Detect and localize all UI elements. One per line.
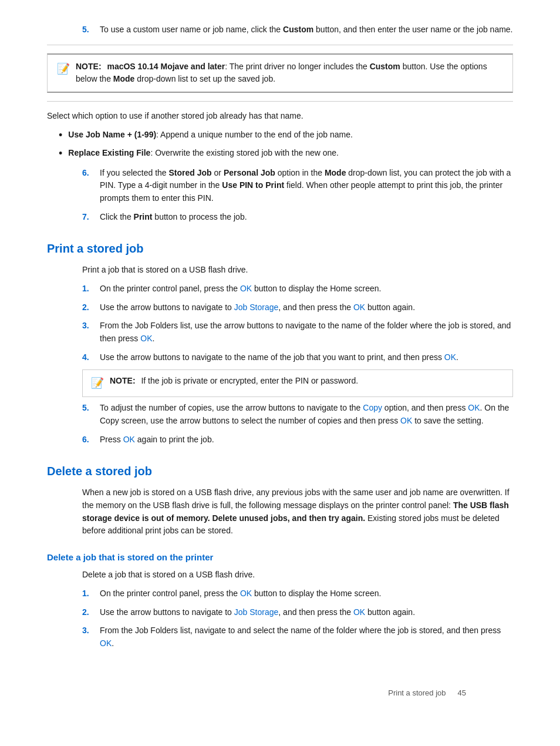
print-step-4-text: Use the arrow buttons to navigate to the… xyxy=(100,351,513,364)
print-step-1-text: On the printer control panel, press the … xyxy=(100,283,513,295)
replace-existing-bold: Replace Existing File xyxy=(68,148,150,157)
bullet-item-1: • Use Job Name + (1-99): Append a unique… xyxy=(47,129,513,142)
usb-message-bold: The USB flash storage device is out of m… xyxy=(82,500,509,523)
select-which-text: Select which option to use if another st… xyxy=(47,110,513,123)
print-step-3: 3. From the Job Folders list, use the ar… xyxy=(82,320,513,345)
note-label-top: NOTE: xyxy=(76,62,102,71)
print-step-5: 5. To adjust the number of copies, use t… xyxy=(82,402,513,427)
print-steps-after-list: 5. To adjust the number of copies, use t… xyxy=(82,402,513,446)
note-text-top: NOTE: macOS 10.14 Mojave and later: The … xyxy=(76,61,503,86)
use-pin-bold: Use PIN to Print xyxy=(222,180,284,190)
footer: Print a stored job 45 xyxy=(388,687,466,699)
use-job-name-bold: Use Job Name + (1-99) xyxy=(68,130,156,139)
page-wrapper: 5. To use a custom user name or job name… xyxy=(47,23,513,723)
print-step-2-num: 2. xyxy=(82,301,93,314)
delete-step-2: 2. Use the arrow buttons to navigate to … xyxy=(82,606,513,619)
print-step-1: 1. On the printer control panel, press t… xyxy=(82,283,513,295)
step7: 7. Click the Print button to process the… xyxy=(82,211,513,224)
divider-top xyxy=(47,45,513,45)
step6-text: If you selected the Stored Job or Person… xyxy=(100,167,513,205)
delete-step-2-num: 2. xyxy=(82,606,93,619)
print-steps-list: 1. On the printer control panel, press t… xyxy=(82,283,513,364)
print-step-5-num: 5. xyxy=(82,402,93,415)
delete-stored-intro: When a new job is stored on a USB flash … xyxy=(82,486,513,537)
delete-stored-job-heading: Delete a stored job xyxy=(47,462,513,480)
bullet-dot-1: • xyxy=(59,129,62,142)
bullet-text-2: Replace Existing File: Overwrite the exi… xyxy=(68,147,339,160)
ok-link-3[interactable]: OK xyxy=(140,334,152,343)
ok-link-6[interactable]: OK xyxy=(400,416,412,425)
copy-link[interactable]: Copy xyxy=(363,403,382,412)
print-step-6-num: 6. xyxy=(82,434,93,446)
bullet-item-2: • Replace Existing File: Overwrite the e… xyxy=(47,147,513,160)
print-step-6-text: Press OK again to print the job. xyxy=(100,434,513,446)
delete-step-3-text: From the Job Folders list, navigate to a… xyxy=(100,624,513,650)
ok-link-7[interactable]: OK xyxy=(123,435,135,444)
print-stored-job-heading: Print a stored job xyxy=(47,240,513,258)
delete-printer-intro: Delete a job that is stored on a USB fla… xyxy=(82,569,513,582)
print-step-4: 4. Use the arrow buttons to navigate to … xyxy=(82,351,513,364)
ok-link-5[interactable]: OK xyxy=(468,403,480,412)
divider-bottom-note xyxy=(47,101,513,102)
delete-step-3-num: 3. xyxy=(82,624,93,637)
ok-link-d1[interactable]: OK xyxy=(240,589,252,598)
delete-step-3: 3. From the Job Folders list, navigate t… xyxy=(82,624,513,650)
job-storage-link-1[interactable]: Job Storage xyxy=(234,303,279,312)
print-stored-intro: Print a job that is stored on a USB flas… xyxy=(82,264,513,277)
delete-printer-subheading: Delete a job that is stored on the print… xyxy=(47,550,513,564)
footer-label: Print a stored job xyxy=(388,687,446,699)
bullet-list: • Use Job Name + (1-99): Append a unique… xyxy=(47,129,513,161)
ok-link-d3[interactable]: OK xyxy=(100,639,112,648)
note-mode-bold: Mode xyxy=(113,74,135,83)
delete-step-1-text: On the printer control panel, press the … xyxy=(100,587,513,600)
delete-step-2-text: Use the arrow buttons to navigate to Job… xyxy=(100,606,513,619)
step5-text: To use a custom user name or job name, c… xyxy=(100,23,513,36)
custom-bold: Custom xyxy=(283,25,313,34)
mode-bold: Mode xyxy=(325,168,346,177)
step5-top: 5. To use a custom user name or job name… xyxy=(82,23,513,36)
stored-job-bold: Stored Job xyxy=(169,168,212,177)
print-step-6: 6. Press OK again to print the job. xyxy=(82,434,513,446)
ok-link-1[interactable]: OK xyxy=(240,284,252,293)
note-icon-top: 📝 xyxy=(57,61,70,78)
delete-step-1: 1. On the printer control panel, press t… xyxy=(82,587,513,600)
note-macos-bold: macOS 10.14 Mojave and later xyxy=(107,62,225,71)
print-step-1-num: 1. xyxy=(82,283,93,295)
print-step-4-num: 4. xyxy=(82,351,93,364)
step6: 6. If you selected the Stored Job or Per… xyxy=(82,167,513,205)
ok-link-d2[interactable]: OK xyxy=(353,607,365,617)
note-label-inline: NOTE: xyxy=(110,376,136,385)
step5-num: 5. xyxy=(82,23,93,36)
note-icon-inline: 📝 xyxy=(91,375,104,392)
step7-num: 7. xyxy=(82,211,93,224)
print-bold: Print xyxy=(134,212,153,221)
job-storage-link-2[interactable]: Job Storage xyxy=(234,607,279,617)
print-step-2-text: Use the arrow buttons to navigate to Job… xyxy=(100,301,513,314)
bullet-text-1: Use Job Name + (1-99): Append a unique n… xyxy=(68,129,353,142)
note-box-inline: 📝 NOTE: If the job is private or encrypt… xyxy=(82,369,513,397)
step6-num: 6. xyxy=(82,167,93,205)
bullet-dot-2: • xyxy=(59,147,62,160)
footer-page-num: 45 xyxy=(458,687,466,699)
delete-steps-list: 1. On the printer control panel, press t… xyxy=(82,587,513,650)
ok-link-2[interactable]: OK xyxy=(353,303,365,312)
step7-text: Click the Print button to process the jo… xyxy=(100,211,513,224)
personal-job-bold: Personal Job xyxy=(224,168,275,177)
print-step-3-text: From the Job Folders list, use the arrow… xyxy=(100,320,513,345)
print-step-2: 2. Use the arrow buttons to navigate to … xyxy=(82,301,513,314)
note-custom-bold: Custom xyxy=(370,62,400,71)
note-box-top: 📝 NOTE: macOS 10.14 Mojave and later: Th… xyxy=(47,53,513,93)
print-step-5-text: To adjust the number of copies, use the … xyxy=(100,402,513,427)
ok-link-4[interactable]: OK xyxy=(444,352,456,362)
print-step-3-num: 3. xyxy=(82,320,93,332)
note-text-inline: NOTE: If the job is private or encrypted… xyxy=(110,375,358,388)
delete-step-1-num: 1. xyxy=(82,587,93,600)
